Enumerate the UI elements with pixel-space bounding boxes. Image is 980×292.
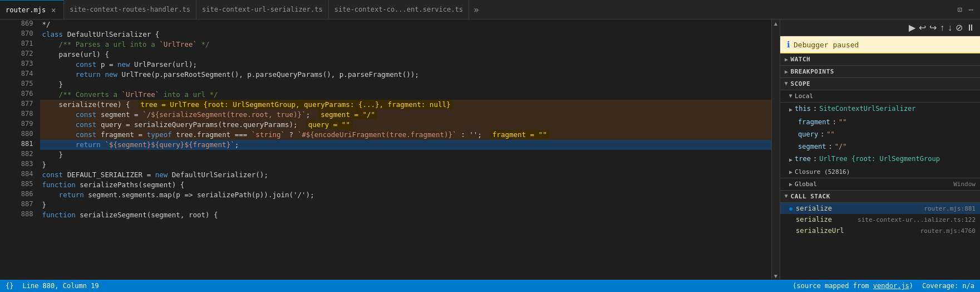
current-frame-icon: ● — [789, 206, 792, 212]
step-into-button[interactable]: ↪ — [928, 21, 938, 35]
tab-routes-handler[interactable]: site-context-routes-handler.ts — [64, 0, 196, 19]
scope-item-query: query : "" — [780, 128, 980, 140]
code-line-869: 869*/ — [0, 20, 771, 30]
resume-button[interactable]: ▶ — [907, 21, 917, 35]
tab-co-ent-service[interactable]: site-context-co...ent.service.ts — [329, 0, 469, 19]
code-line-877: 877 serialize(tree) { tree = UrlTree {ro… — [0, 100, 771, 110]
line-number-872: 872 — [0, 50, 40, 60]
code-line-888: 888function serializeSegment(segment, ro… — [0, 210, 771, 220]
code-line-870: 870class DefaultUrlSerializer { — [0, 30, 771, 40]
watch-label: Watch — [791, 56, 811, 63]
tree-key: tree — [795, 154, 811, 164]
tab-label: router.mjs — [6, 6, 46, 14]
line-number-887: 887 — [0, 200, 40, 210]
line-number-883: 883 — [0, 160, 40, 170]
breakpoints-section-header[interactable]: ▶ Breakpoints — [780, 66, 980, 78]
tab-close-router[interactable]: × — [49, 6, 58, 14]
call-stack-label: Call Stack — [791, 193, 830, 200]
code-line-873: 873 const p = new UrlParser(url); — [0, 60, 771, 70]
segment-key: segment — [798, 142, 826, 152]
line-content-874: return new UrlTree(p.parseRootSegment(),… — [40, 70, 772, 80]
this-value: SiteContextUrlSerializer — [819, 104, 915, 114]
line-number-888: 888 — [0, 210, 40, 220]
call-stack-section-header[interactable]: ▶ Call Stack — [780, 191, 980, 203]
scope-section-header[interactable]: ▶ Scope — [780, 78, 980, 90]
closure-arrow: ▶ — [789, 169, 792, 175]
line-content-876: /** Converts a `UrlTree` into a url */ — [40, 90, 772, 100]
line-content-878: const segment = `/${serializeSegment(tre… — [40, 110, 772, 120]
watch-section-header[interactable]: ▶ Watch — [780, 53, 980, 66]
line-content-869: */ — [40, 20, 772, 30]
local-section-header[interactable]: ▶ Local — [780, 90, 980, 103]
code-line-874: 874 return new UrlTree(p.parseRootSegmen… — [0, 70, 771, 80]
line-number-876: 876 — [0, 90, 40, 100]
line-content-877: serialize(tree) { tree = UrlTree {root: … — [40, 100, 772, 110]
tab-label: site-context-url-serializer.ts — [202, 6, 323, 13]
bracket-icon: {} — [6, 282, 13, 290]
code-editor[interactable]: 869*/870class DefaultUrlSerializer {871 … — [0, 20, 771, 280]
tab-bar-actions: ⊡ ⋯ — [955, 4, 980, 15]
scope-arrow: ▶ — [784, 82, 790, 86]
line-number-879: 879 — [0, 120, 40, 130]
stack-item-0[interactable]: ● serialize router.mjs:881 — [780, 203, 980, 214]
global-value: Window — [953, 181, 976, 188]
stack-loc-0: router.mjs:881 — [924, 205, 976, 212]
code-line-878: 878 const segment = `/${serializeSegment… — [0, 110, 771, 120]
line-content-875: } — [40, 80, 772, 90]
scope-item-tree[interactable]: ▶ tree : UrlTree {root: UrlSegmentGroup — [780, 153, 980, 166]
status-bar: {} Line 880, Column 19 (source mapped fr… — [0, 280, 980, 292]
closure-section-header[interactable]: ▶ Closure (52816) — [780, 166, 980, 178]
tab-bar: router.mjs × site-context-routes-handler… — [0, 0, 980, 20]
line-content-880: const fragment = typeof tree.fragment ==… — [40, 130, 772, 140]
vendor-js-link[interactable]: vendor.js — [873, 282, 909, 290]
tree-expand-arrow[interactable]: ▶ — [789, 155, 792, 165]
tab-router[interactable]: router.mjs × — [0, 0, 64, 19]
debugger-paused-header: ℹ Debugger paused — [780, 36, 980, 53]
pause-button[interactable]: ⏸ — [964, 21, 977, 35]
tab-label: site-context-routes-handler.ts — [70, 6, 190, 13]
local-items: ▶ this : SiteContextUrlSerializer fragme… — [780, 103, 980, 166]
status-bar-right: (source mapped from vendor.js) Coverage:… — [792, 282, 974, 290]
code-line-875: 875 } — [0, 80, 771, 90]
fragment-key: fragment — [798, 117, 830, 127]
scroll-up-button[interactable]: ▲ — [772, 20, 780, 27]
global-section-header[interactable]: ▶ Global Window — [780, 178, 980, 191]
line-content-886: return segment.segments.map(p => seriali… — [40, 190, 772, 200]
stack-loc-1: site-context-ur...ializer.ts:122 — [858, 216, 976, 223]
step-button[interactable]: ↓ — [946, 21, 954, 35]
code-line-871: 871 /** Parses a url into a `UrlTree` */ — [0, 40, 771, 50]
split-editor-button[interactable]: ⊡ — [955, 4, 964, 15]
line-number-874: 874 — [0, 70, 40, 80]
line-number-875: 875 — [0, 80, 40, 90]
more-actions-button[interactable]: ⋯ — [967, 4, 976, 15]
scope-item-segment: segment : "/" — [780, 140, 980, 153]
stack-fn-2: serializeUrl — [796, 227, 917, 235]
code-line-879: 879 const query = serializeQueryParams(t… — [0, 120, 771, 130]
this-key: this — [795, 104, 811, 114]
stack-item-1[interactable]: ● serialize site-context-ur...ializer.ts… — [780, 214, 980, 225]
step-out-button[interactable]: ↑ — [938, 21, 946, 35]
line-number-886: 886 — [0, 190, 40, 200]
scope-item-this[interactable]: ▶ this : SiteContextUrlSerializer — [780, 103, 980, 116]
stack-fn-1: serialize — [796, 216, 854, 223]
line-content-881: return `${segment}${query}${fragment}`; — [40, 140, 772, 150]
query-key: query — [798, 129, 818, 139]
step-over-button[interactable]: ↩ — [917, 21, 928, 35]
info-icon: ℹ — [787, 40, 790, 50]
frame-icon-2: ● — [789, 228, 792, 234]
coverage-info: Coverage: n/a — [922, 282, 974, 290]
tab-overflow-button[interactable]: » — [469, 4, 484, 15]
line-number-877: 877 — [0, 100, 40, 110]
line-content-872: parse(url) { — [40, 50, 772, 60]
stack-item-2[interactable]: ● serializeUrl router.mjs:4760 — [780, 225, 980, 236]
code-line-876: 876 /** Converts a `UrlTree` into a url … — [0, 90, 771, 100]
debug-panel: ▶ ↩ ↪ ↑ ↓ ⊘ ⏸ ℹ Debugger paused ▶ Watch … — [780, 20, 980, 280]
deactivate-button[interactable]: ⊘ — [954, 21, 964, 35]
tab-url-serializer[interactable]: site-context-url-serializer.ts — [196, 0, 329, 19]
line-content-873: const p = new UrlParser(url); — [40, 60, 772, 70]
line-content-871: /** Parses a url into a `UrlTree` */ — [40, 40, 772, 50]
line-content-879: const query = serializeQueryParams(tree.… — [40, 120, 772, 130]
watch-arrow: ▶ — [785, 56, 789, 62]
scroll-down-button[interactable]: ▼ — [772, 272, 780, 280]
this-expand-arrow[interactable]: ▶ — [789, 105, 792, 115]
